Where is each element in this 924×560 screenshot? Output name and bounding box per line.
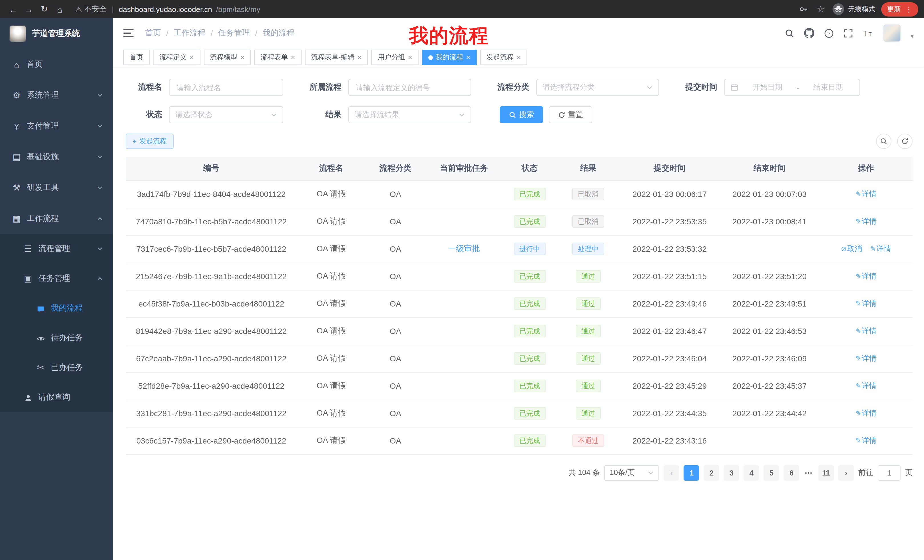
chevron-down-icon: [97, 246, 103, 252]
tab-process-form-edit[interactable]: 流程表单-编辑 ×: [305, 49, 368, 65]
result-badge: 处理中: [572, 243, 604, 255]
status-badge: 已完成: [514, 407, 546, 419]
bookmark-star-icon[interactable]: ☆: [815, 4, 826, 14]
collapse-sidebar-icon[interactable]: [123, 27, 136, 39]
detail-link[interactable]: ✎详情: [855, 326, 877, 335]
search-button[interactable]: 搜索: [500, 106, 543, 123]
sidebar-item-task-management[interactable]: ▣ 任务管理: [0, 264, 113, 293]
help-icon[interactable]: ?: [824, 28, 834, 38]
close-icon[interactable]: ×: [466, 54, 470, 61]
sidebar-item-home[interactable]: ⌂ 首页: [0, 49, 113, 80]
sidebar-item-leave-query[interactable]: 请假查询: [0, 382, 113, 412]
refresh-icon: [558, 111, 566, 118]
status-badge: 已完成: [514, 270, 546, 283]
font-size-icon[interactable]: TT: [863, 28, 874, 38]
address-bar[interactable]: ⚠ 不安全 | dashboard.yudao.iocoder.cn/bpm/t…: [75, 4, 798, 14]
browser-update-button[interactable]: 更新 ⋮: [881, 2, 918, 16]
sidebar-item-done-tasks[interactable]: ✂ 已办任务: [0, 353, 113, 382]
sidebar-item-my-processes[interactable]: 我的流程: [0, 293, 113, 323]
close-icon[interactable]: ×: [240, 54, 244, 61]
current-task-link[interactable]: 一级审批: [448, 244, 480, 253]
browser-home-button[interactable]: ⌂: [52, 1, 68, 17]
sidebar-item-system[interactable]: ⚙ 系统管理: [0, 80, 113, 111]
page-button-5[interactable]: 5: [764, 465, 779, 481]
cell-category: OA: [366, 180, 426, 208]
browser-reload-button[interactable]: ↻: [36, 1, 52, 17]
submit-time-label: 提交时间: [673, 82, 717, 93]
submit-time-range-picker[interactable]: 开始日期 - 结束日期: [724, 79, 860, 96]
result-badge: 已取消: [572, 215, 604, 228]
sidebar-item-todo-tasks[interactable]: 待办任务: [0, 323, 113, 353]
detail-link[interactable]: ✎详情: [855, 217, 877, 226]
plus-icon: +: [132, 137, 136, 145]
table-toolbar: + 发起流程: [126, 133, 913, 149]
avatar[interactable]: [884, 24, 901, 42]
search-icon[interactable]: [785, 28, 795, 38]
url-path: /bpm/task/my: [216, 5, 260, 13]
sidebar-item-devtools[interactable]: ⚒ 研发工具: [0, 172, 113, 203]
hide-search-icon[interactable]: [876, 133, 891, 149]
app-logo-area[interactable]: 芋道管理系统: [0, 18, 113, 49]
tab-user-group[interactable]: 用户分组 ×: [372, 49, 418, 65]
page-size-select[interactable]: 10条/页: [604, 465, 659, 481]
close-icon[interactable]: ×: [357, 54, 362, 61]
browser-menu-icon[interactable]: ⋮: [905, 5, 913, 13]
sidebar-item-workflow[interactable]: ▦ 工作流程: [0, 203, 113, 234]
page-button-3[interactable]: 3: [724, 465, 739, 481]
password-key-icon[interactable]: [798, 4, 809, 14]
detail-link[interactable]: ✎详情: [855, 409, 877, 417]
tab-process-model[interactable]: 流程模型 ×: [204, 49, 251, 65]
detail-link[interactable]: ✎详情: [855, 354, 877, 362]
close-icon[interactable]: ×: [408, 54, 412, 61]
browser-back-button[interactable]: ←: [6, 1, 21, 17]
prev-page-button[interactable]: ‹: [664, 465, 679, 481]
page-button-4[interactable]: 4: [744, 465, 759, 481]
detail-link[interactable]: ✎详情: [855, 436, 877, 445]
breadcrumb-item-task-management[interactable]: 任务管理: [218, 28, 250, 38]
sidebar-item-infrastructure[interactable]: ▤ 基础设施: [0, 142, 113, 172]
process-name-label: 流程名: [126, 82, 162, 93]
refresh-icon[interactable]: [897, 133, 913, 149]
cancel-link[interactable]: ⊘取消: [841, 244, 862, 253]
detail-link[interactable]: ✎详情: [855, 299, 877, 308]
status-select[interactable]: 请选择状态: [169, 106, 283, 123]
page-button-2[interactable]: 2: [704, 465, 719, 481]
goto-page-input[interactable]: [878, 465, 901, 481]
edit-icon: ✎: [855, 327, 861, 335]
tab-process-definition[interactable]: 流程定义 ×: [153, 49, 200, 65]
edit-icon: ✎: [855, 409, 861, 417]
result-select[interactable]: 请选择流结果: [348, 106, 471, 123]
category-select[interactable]: 请选择流程分类: [536, 79, 659, 96]
cell-end-time: 2022-01-22 23:51:20: [720, 263, 819, 290]
process-def-input[interactable]: [348, 79, 471, 96]
detail-link[interactable]: ✎详情: [855, 272, 877, 280]
reset-button[interactable]: 重置: [549, 106, 592, 123]
security-status[interactable]: ⚠ 不安全: [75, 4, 106, 14]
close-icon[interactable]: ×: [190, 54, 194, 61]
tab-process-form[interactable]: 流程表单 ×: [254, 49, 301, 65]
breadcrumb-item-home[interactable]: 首页: [145, 28, 161, 38]
close-icon[interactable]: ×: [516, 54, 521, 61]
process-name-input[interactable]: [169, 79, 283, 96]
detail-link[interactable]: ✎详情: [870, 244, 891, 253]
tab-my-processes[interactable]: 我的流程 ×: [422, 49, 477, 65]
more-pages-icon[interactable]: •••: [804, 470, 814, 476]
page-button-6[interactable]: 6: [784, 465, 799, 481]
start-process-button[interactable]: + 发起流程: [126, 133, 174, 149]
next-page-button[interactable]: ›: [838, 465, 854, 481]
chevron-down-icon[interactable]: ▾: [910, 33, 914, 40]
tab-start-process[interactable]: 发起流程 ×: [480, 49, 527, 65]
close-icon[interactable]: ×: [291, 54, 295, 61]
breadcrumb-item-workflow[interactable]: 工作流程: [174, 28, 206, 38]
detail-link[interactable]: ✎详情: [855, 381, 877, 390]
fullscreen-icon[interactable]: [844, 28, 854, 38]
browser-forward-button[interactable]: →: [21, 1, 36, 17]
page-button-1[interactable]: 1: [684, 465, 699, 481]
sidebar-item-process-management[interactable]: ☰ 流程管理: [0, 234, 113, 264]
tab-home[interactable]: 首页: [123, 49, 150, 65]
page-button-11[interactable]: 11: [818, 465, 834, 481]
detail-link[interactable]: ✎详情: [855, 190, 877, 198]
github-icon[interactable]: [804, 28, 814, 38]
sidebar-item-payment[interactable]: ¥ 支付管理: [0, 111, 113, 142]
svg-text:T: T: [863, 29, 868, 38]
